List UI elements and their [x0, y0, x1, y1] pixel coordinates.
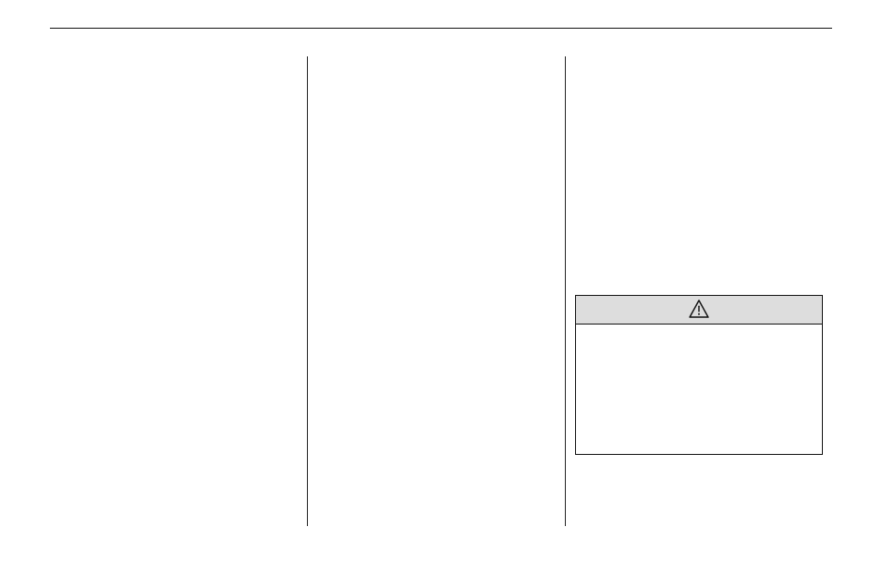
caution-body [576, 325, 822, 454]
warning-icon [689, 300, 709, 315]
document-page [0, 0, 882, 526]
svg-point-1 [698, 313, 700, 315]
caution-callout [575, 295, 823, 455]
column-3 [566, 56, 832, 526]
column-1 [50, 56, 307, 526]
column-2 [308, 56, 565, 526]
caution-header [576, 296, 822, 325]
header-divider [50, 28, 832, 29]
three-column-layout [50, 56, 832, 526]
